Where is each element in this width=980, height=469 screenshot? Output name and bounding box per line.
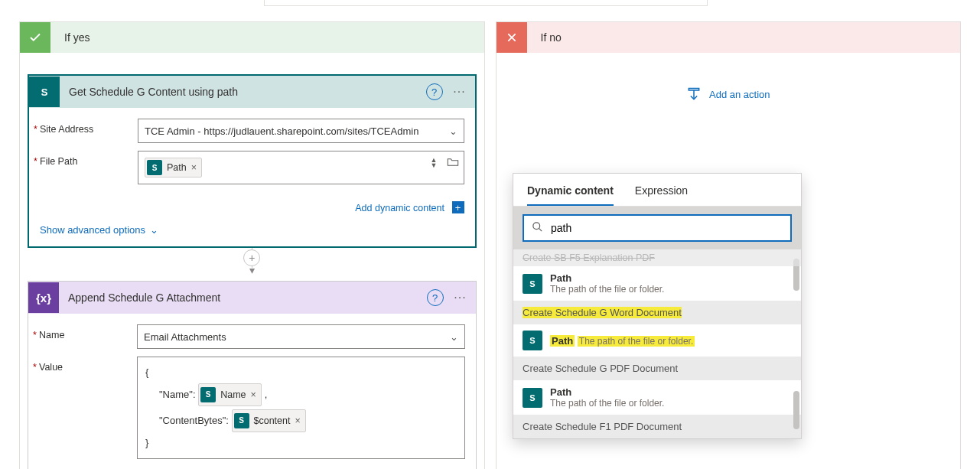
help-icon[interactable]: ?	[426, 83, 443, 100]
cond-no-label: If no	[527, 31, 562, 44]
action-append-attachment[interactable]: {x} Append Schedule G Attachment ? ··· *…	[28, 281, 477, 469]
stepper-icon[interactable]: ▲▼	[431, 158, 438, 168]
action-get-content[interactable]: S Get Schedule G Content using path ? ··…	[28, 74, 477, 248]
sharepoint-icon: S	[234, 413, 249, 428]
group-header: Create Schedule G Word Document	[513, 301, 801, 324]
show-advanced-link[interactable]: Show advanced options ⌄	[29, 221, 475, 246]
label-file-path: *File Path	[40, 151, 138, 167]
label-name: *Name	[39, 324, 137, 340]
result-item-path-highlighted[interactable]: S Path The path of the file or folder.	[513, 324, 801, 357]
plus-icon[interactable]: +	[452, 201, 464, 213]
search-input-wrapper	[523, 214, 792, 242]
token-path[interactable]: S Path ×	[145, 158, 202, 178]
branch-yes: If yes S Get Schedule G Content using pa…	[19, 21, 485, 469]
close-icon[interactable]: ×	[251, 386, 256, 404]
label-value: *Value	[39, 357, 137, 373]
cond-yes-label: If yes	[50, 31, 90, 44]
check-icon	[20, 22, 50, 53]
chevron-down-icon: ⌄	[449, 125, 457, 137]
sharepoint-icon: S	[523, 388, 542, 408]
dynamic-content-flyout: Dynamic content Expression Create SB F5 …	[513, 173, 802, 439]
action-title: Get Schedule G Content using path	[60, 86, 426, 98]
action-header[interactable]: S Get Schedule G Content using path ? ··…	[29, 76, 475, 108]
close-icon[interactable]: ×	[191, 162, 197, 173]
close-icon	[497, 22, 527, 53]
add-action-icon	[686, 86, 702, 102]
variable-icon: {x}	[28, 282, 59, 313]
folder-icon[interactable]	[447, 156, 459, 169]
action-header[interactable]: {x} Append Schedule G Attachment ? ···	[28, 282, 476, 314]
add-step-button[interactable]: +	[243, 249, 260, 266]
svg-point-4	[533, 223, 540, 230]
group-header: Create SB F5 Explanation PDF	[513, 249, 801, 266]
result-item-path[interactable]: S Path The path of the file or folder.	[513, 380, 801, 415]
tab-dynamic-content[interactable]: Dynamic content	[527, 184, 614, 206]
add-dynamic-content-link[interactable]: Add dynamic content	[355, 203, 444, 213]
tab-expression[interactable]: Expression	[635, 184, 688, 206]
sharepoint-icon: S	[523, 274, 542, 294]
chevron-down-icon: ⌄	[450, 331, 458, 343]
close-icon[interactable]: ×	[295, 412, 300, 430]
sharepoint-icon: S	[29, 77, 60, 107]
sharepoint-icon: S	[523, 331, 542, 350]
file-path-input[interactable]: S Path × ▲▼	[138, 151, 464, 184]
value-input[interactable]: { "Name": S Name × , "ContentBytes":	[137, 357, 465, 459]
label-site-address: *Site Address	[40, 119, 138, 135]
scrollbar-thumb[interactable]	[793, 391, 799, 429]
name-select[interactable]: Email Attachments ⌄	[137, 324, 465, 349]
search-icon	[532, 221, 543, 235]
prev-card-edge	[264, 0, 708, 6]
search-input[interactable]	[551, 222, 783, 234]
sharepoint-icon: S	[200, 387, 216, 402]
ellipsis-icon[interactable]: ···	[451, 291, 470, 305]
chevron-down-icon: ⌄	[150, 224, 158, 236]
connector: +	[28, 248, 477, 268]
site-address-select[interactable]: TCE Admin - https://judlauent.sharepoint…	[138, 119, 464, 143]
add-action-button[interactable]: Add an action	[497, 53, 961, 132]
cond-header-no[interactable]: If no	[497, 22, 961, 53]
svg-line-5	[539, 228, 542, 231]
svg-rect-2	[689, 89, 698, 91]
token-name[interactable]: S Name ×	[198, 383, 262, 406]
action-title: Append Schedule G Attachment	[59, 291, 427, 304]
result-item-path[interactable]: S Path The path of the file or folder.	[513, 266, 801, 301]
group-header: Create Schedule G PDF Document	[513, 357, 801, 380]
ellipsis-icon[interactable]: ···	[451, 85, 469, 99]
cond-header-yes[interactable]: If yes	[20, 22, 484, 53]
token-content[interactable]: S $content ×	[232, 409, 306, 432]
results-list[interactable]: Create SB F5 Explanation PDF S Path The …	[513, 249, 801, 438]
help-icon[interactable]: ?	[427, 289, 444, 306]
sharepoint-icon: S	[147, 160, 162, 175]
group-header: Create Schedule F1 PDF Document	[513, 415, 801, 438]
